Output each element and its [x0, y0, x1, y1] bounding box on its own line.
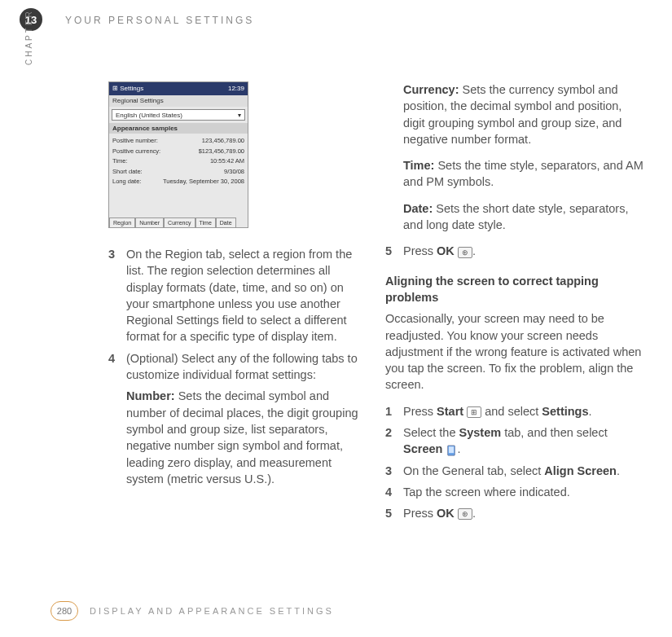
left-column: ⊞ Settings 12:39 Regional Settings Engli… — [108, 81, 369, 527]
screenshot-row: Short date:9/30/08 — [112, 168, 244, 177]
t: Press — [403, 405, 437, 418]
step-number: 4 — [108, 350, 126, 487]
screen-icon — [446, 445, 457, 456]
currency-label: Currency: — [403, 83, 459, 96]
row-label: Positive currency: — [112, 147, 160, 156]
time-text: Sets the time style, separators, and AM … — [403, 159, 643, 188]
row-label: Positive number: — [112, 137, 158, 146]
align-heading: Aligning the screen to correct tapping p… — [385, 273, 646, 306]
right-step5-list: 5 Press OK ⊛. — [385, 243, 646, 259]
t: On the General tab, select — [403, 464, 544, 477]
align-steps-list: 1 Press Start ⊞ and select Settings. 2 S… — [385, 403, 646, 522]
right-column: Currency: Sets the currency symbol and p… — [385, 81, 646, 527]
t: . — [472, 244, 476, 257]
currency-block: Currency: Sets the currency symbol and p… — [385, 81, 646, 147]
t: . — [457, 442, 460, 455]
system-label: System — [459, 426, 502, 439]
screenshot-row: Time:10:55:42 AM — [112, 157, 244, 166]
row-label: Long date: — [112, 178, 141, 187]
chapter-side-label: CHAPTER — [24, 9, 33, 65]
content-columns: ⊞ Settings 12:39 Regional Settings Engli… — [108, 81, 646, 527]
screenshot-topbar: ⊞ Settings 12:39 — [109, 82, 248, 95]
step-number: 1 — [385, 403, 403, 420]
page-header-title: YOUR PERSONAL SETTINGS — [65, 15, 254, 26]
chevron-down-icon: ▾ — [238, 111, 241, 119]
step-text: On the Region tab, select a region from … — [126, 246, 369, 345]
t: and select — [481, 405, 542, 418]
t: tab, and then select — [501, 426, 608, 439]
t: . — [472, 507, 476, 520]
windows-logo-icon: ⊞ — [112, 85, 118, 92]
date-text: Sets the short date style, separators, a… — [403, 202, 628, 231]
ok-icon: ⊛ — [458, 508, 472, 520]
screenshot-section-label: Appearance samples — [109, 123, 248, 134]
screenshot-region-dropdown: English (United States) ▾ — [112, 109, 245, 121]
screenshot-dropdown-value: English (United States) — [116, 111, 182, 119]
step-text: Press OK ⊛. — [403, 243, 646, 259]
number-text: Sets the decimal symbol and number of de… — [126, 389, 358, 485]
step-3: 3 On the Region tab, select a region fro… — [108, 246, 369, 345]
left-steps-list: 3 On the Region tab, select a region fro… — [108, 246, 369, 487]
align-step-1: 1 Press Start ⊞ and select Settings. — [385, 403, 646, 420]
page-footer: 280 DISPLAY AND APPEARANCE SETTINGS — [51, 601, 334, 621]
step-4-intro: (Optional) Select any of the following t… — [126, 352, 358, 381]
row-value: 10:55:42 AM — [210, 157, 244, 166]
align-intro: Occasionally, your screen may need to be… — [385, 310, 646, 393]
row-value: 123,456,789.00 — [202, 137, 244, 146]
number-label: Number: — [126, 389, 175, 402]
screenshot-subheader: Regional Settings — [109, 95, 248, 107]
date-label: Date: — [403, 202, 433, 215]
svg-rect-1 — [449, 446, 454, 453]
screenshot-row: Positive currency:$123,456,789.00 — [112, 147, 244, 156]
footer-title: DISPLAY AND APPEARANCE SETTINGS — [90, 606, 334, 616]
start-label: Start — [437, 405, 463, 418]
screenshot-row: Positive number:123,456,789.00 — [112, 137, 244, 146]
page-number-badge: 280 — [51, 601, 78, 621]
step-5: 5 Press OK ⊛. — [385, 243, 646, 259]
ok-label: OK — [437, 507, 455, 520]
settings-label: Settings — [542, 405, 588, 418]
row-value: 9/30/08 — [224, 168, 244, 177]
align-screen-label: Align Screen — [544, 464, 617, 477]
step-text: (Optional) Select any of the following t… — [126, 350, 369, 487]
screenshot-tab: Region — [109, 217, 135, 228]
row-value: Tuesday, September 30, 2008 — [163, 178, 244, 187]
t: Press — [403, 244, 437, 257]
step-text: Press Start ⊞ and select Settings. — [403, 403, 646, 420]
step-number: 5 — [385, 505, 403, 521]
step-number: 4 — [385, 484, 403, 500]
t: . — [589, 405, 592, 418]
row-label: Time: — [112, 157, 127, 166]
t: . — [617, 464, 620, 477]
step-number: 3 — [108, 246, 126, 345]
step-number: 3 — [385, 463, 403, 479]
ok-label: OK — [437, 244, 455, 257]
screenshot-tab: Time — [195, 217, 216, 228]
step-number: 2 — [385, 424, 403, 458]
screenshot-tab: Number — [135, 217, 164, 228]
step-text: Press OK ⊛. — [403, 505, 646, 521]
step-text: Tap the screen where indicated. — [403, 484, 646, 500]
row-value: $123,456,789.00 — [199, 147, 244, 156]
t: Select the — [403, 426, 459, 439]
align-step-4: 4 Tap the screen where indicated. — [385, 484, 646, 500]
screenshot-row: Long date:Tuesday, September 30, 2008 — [112, 178, 244, 187]
screen-label: Screen — [403, 442, 442, 455]
row-label: Short date: — [112, 168, 143, 177]
ok-icon: ⊛ — [458, 247, 472, 258]
screenshot-clock: 12:39 — [228, 84, 244, 93]
time-label: Time: — [403, 159, 434, 172]
align-step-3: 3 On the General tab, select Align Scree… — [385, 463, 646, 479]
device-screenshot: ⊞ Settings 12:39 Regional Settings Engli… — [108, 81, 248, 228]
screenshot-app-title: ⊞ Settings — [112, 84, 143, 93]
align-step-2: 2 Select the System tab, and then select… — [385, 424, 646, 458]
start-icon: ⊞ — [467, 406, 481, 418]
screenshot-tab: Currency — [164, 217, 195, 228]
screenshot-tabs: Region Number Currency Time Date — [109, 217, 236, 228]
screenshot-app-name: Settings — [120, 85, 143, 92]
screenshot-body: Positive number:123,456,789.00 Positive … — [109, 134, 248, 190]
step-text: On the General tab, select Align Screen. — [403, 463, 646, 479]
screenshot-tab: Date — [216, 217, 236, 228]
date-block: Date: Sets the short date style, separat… — [385, 200, 646, 234]
align-step-5: 5 Press OK ⊛. — [385, 505, 646, 521]
